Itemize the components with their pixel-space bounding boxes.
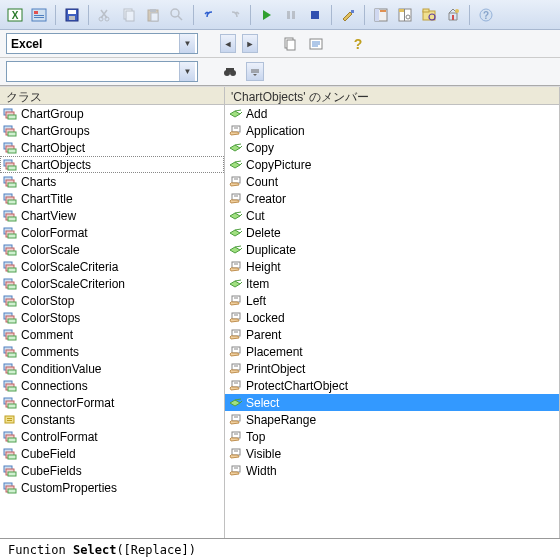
svg-rect-7 [68,10,76,14]
member-item[interactable]: Copy [225,139,559,156]
member-item[interactable]: Item [225,275,559,292]
class-item[interactable]: CubeFields [0,462,224,479]
save-icon[interactable] [61,4,83,26]
class-icon [2,311,18,325]
help-icon-2[interactable]: ? [348,34,368,53]
class-item[interactable]: ControlFormat [0,428,224,445]
properties-icon[interactable] [394,4,416,26]
find-icon[interactable] [166,4,188,26]
chevron-down-icon[interactable]: ▼ [179,62,195,81]
view-definition-icon[interactable] [306,34,326,53]
svg-line-120 [235,110,241,111]
undo-icon[interactable] [199,4,221,26]
member-item[interactable]: Placement [225,343,559,360]
class-item[interactable]: ChartTitle [0,190,224,207]
class-item[interactable]: ChartObject [0,139,224,156]
class-item[interactable]: ChartGroups [0,122,224,139]
chevron-down-icon[interactable]: ▼ [179,34,195,53]
class-item[interactable]: ConnectorFormat [0,394,224,411]
member-item[interactable]: Duplicate [225,241,559,258]
class-item[interactable]: ChartView [0,207,224,224]
member-item[interactable]: Height [225,258,559,275]
member-item[interactable]: Delete [225,224,559,241]
design-mode-icon[interactable] [337,4,359,26]
member-item[interactable]: Select [225,394,559,411]
members-list[interactable]: AddApplicationCopyCopyPictureCountCreato… [225,105,559,538]
member-item[interactable]: Application [225,122,559,139]
project-explorer-icon[interactable] [370,4,392,26]
property-icon [227,124,243,138]
class-item[interactable]: Charts [0,173,224,190]
search-combo[interactable]: ▼ [6,61,198,82]
nav-back-button[interactable]: ◄ [220,34,236,53]
run-icon[interactable] [256,4,278,26]
svg-rect-15 [151,13,158,21]
member-label: Placement [246,345,303,359]
binoculars-icon[interactable] [220,62,240,81]
class-icon [2,158,18,172]
members-header: 'ChartObjects' のメンバー [225,87,559,105]
class-item[interactable]: Connections [0,377,224,394]
object-browser-icon[interactable] [418,4,440,26]
member-item[interactable]: PrintObject [225,360,559,377]
svg-rect-24 [375,9,379,21]
redo-icon[interactable] [223,4,245,26]
help-icon[interactable]: ? [475,4,497,26]
property-icon [227,362,243,376]
svg-rect-128 [232,177,240,183]
toolbox-icon[interactable] [442,4,464,26]
class-item[interactable]: ColorScale [0,241,224,258]
member-item[interactable]: Left [225,292,559,309]
copy-to-clipboard-icon[interactable] [280,34,300,53]
member-item[interactable]: ProtectChartObject [225,377,559,394]
member-item[interactable]: CopyPicture [225,156,559,173]
class-icon [2,447,18,461]
svg-line-125 [240,146,242,148]
svg-rect-144 [232,313,240,319]
member-item[interactable]: Creator [225,190,559,207]
class-item[interactable]: CubeField [0,445,224,462]
svg-rect-116 [8,472,16,476]
library-combo[interactable]: ▼ [6,33,198,54]
show-search-results-icon[interactable] [246,62,264,81]
view-code-icon[interactable] [28,4,50,26]
cut-icon[interactable] [94,4,116,26]
search-input[interactable] [7,62,179,81]
class-item[interactable]: Comments [0,343,224,360]
class-label: ChartView [21,209,76,223]
class-item[interactable]: ChartGroup [0,105,224,122]
class-item[interactable]: Comment [0,326,224,343]
nav-forward-button[interactable]: ► [242,34,258,53]
excel-icon[interactable]: X [4,4,26,26]
copy-icon[interactable] [118,4,140,26]
member-item[interactable]: ShapeRange [225,411,559,428]
member-item[interactable]: Top [225,428,559,445]
member-item[interactable]: Locked [225,309,559,326]
break-icon[interactable] [280,4,302,26]
member-item[interactable]: Width [225,462,559,479]
class-item[interactable]: CustomProperties [0,479,224,496]
class-item[interactable]: ColorStop [0,292,224,309]
svg-line-121 [240,112,242,114]
class-item[interactable]: Constants [0,411,224,428]
classes-list[interactable]: ChartGroupChartGroupsChartObjectChartObj… [0,105,224,538]
library-input[interactable] [7,34,179,53]
class-item[interactable]: ColorFormat [0,224,224,241]
class-item[interactable]: ColorScaleCriterion [0,275,224,292]
member-item[interactable]: Add [225,105,559,122]
svg-line-124 [235,144,241,145]
class-item[interactable]: ConditionValue [0,360,224,377]
member-item[interactable]: Count [225,173,559,190]
reset-icon[interactable] [304,4,326,26]
class-icon [2,192,18,206]
member-item[interactable]: Parent [225,326,559,343]
member-item[interactable]: Visible [225,445,559,462]
class-item[interactable]: ChartObjects [0,156,224,173]
svg-rect-158 [232,432,240,438]
class-item[interactable]: ColorStops [0,309,224,326]
classes-header: クラス [0,87,224,105]
member-item[interactable]: Cut [225,207,559,224]
svg-point-35 [455,9,459,13]
class-item[interactable]: ColorScaleCriteria [0,258,224,275]
paste-icon[interactable] [142,4,164,26]
